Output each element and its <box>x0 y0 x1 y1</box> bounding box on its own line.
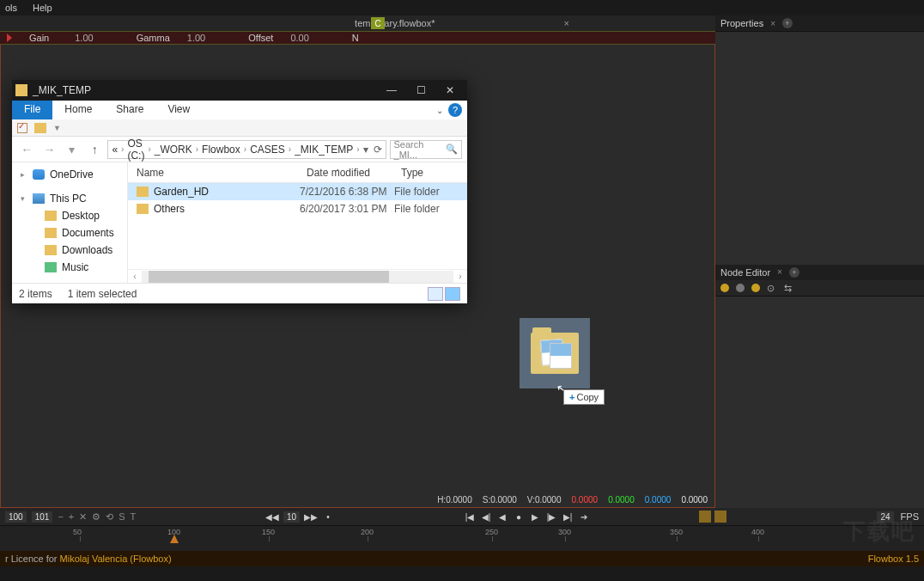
search-icon[interactable]: 🔍 <box>446 144 458 155</box>
play-rev-icon[interactable]: ◀ <box>496 511 508 523</box>
mode-b-icon[interactable] <box>714 511 726 523</box>
tl-refresh-icon[interactable]: ⟲ <box>106 511 113 523</box>
crumb[interactable]: OS (C:) <box>127 138 144 162</box>
last-frame-icon[interactable]: ▶| <box>562 511 574 523</box>
play-icon[interactable]: ▶ <box>529 511 541 523</box>
ribbon-view[interactable]: View <box>155 101 202 119</box>
properties-header[interactable]: Properties × + <box>715 15 924 31</box>
refresh-icon[interactable]: ⟳ <box>374 144 382 156</box>
gamma-value[interactable]: 1.00 <box>187 33 205 43</box>
rec-dot-icon[interactable]: • <box>322 511 334 523</box>
mode-a-icon[interactable] <box>699 511 711 523</box>
tl-minus-icon[interactable]: − <box>58 511 63 522</box>
expand-icon[interactable]: ▾ <box>21 194 25 203</box>
loop-icon[interactable]: ➔ <box>578 511 590 523</box>
breadcrumb[interactable]: «› OS (C:)› _WORK› Flowbox› CASES› _MIK_… <box>107 140 386 159</box>
playhead-marker-icon[interactable] <box>170 535 179 543</box>
offset-value[interactable]: 0.00 <box>290 33 308 43</box>
nav-item-thispc[interactable]: ▾This PC <box>12 190 127 207</box>
nav-item-desktop[interactable]: Desktop <box>12 207 127 224</box>
col-type[interactable]: Type <box>401 167 461 179</box>
tl-plus-icon[interactable]: + <box>69 511 74 522</box>
nav-recent-icon[interactable]: ▾ <box>63 139 82 160</box>
rewind-icon[interactable]: ◀◀ <box>266 511 278 523</box>
frame-start[interactable]: 100 <box>5 511 27 523</box>
ribbon-help-icon[interactable]: ? <box>448 103 462 117</box>
addr-dropdown-icon[interactable]: ▾ <box>363 144 368 156</box>
close-tab-icon[interactable]: × <box>563 18 568 28</box>
scroll-left-icon[interactable]: ‹ <box>128 272 142 281</box>
file-explorer-window[interactable]: _MIK_TEMP — ☐ ✕ File Home Share View ⌄ ?… <box>12 80 467 303</box>
add-panel-icon[interactable]: + <box>789 267 799 278</box>
frame-end[interactable]: 101 <box>32 511 53 523</box>
qa-check-icon[interactable] <box>17 123 27 133</box>
nav-pane[interactable]: ▸OneDrive▾This PCDesktopDocumentsDownloa… <box>12 162 128 283</box>
explorer-titlebar[interactable]: _MIK_TEMP — ☐ ✕ <box>12 80 467 101</box>
ribbon-home[interactable]: Home <box>52 101 104 119</box>
n-label[interactable]: N <box>352 33 359 43</box>
stop-icon[interactable]: ● <box>513 511 525 523</box>
nav-item-documents[interactable]: Documents <box>12 224 127 242</box>
timeline-mode-switch[interactable] <box>699 511 726 523</box>
scroll-thumb[interactable] <box>149 271 389 283</box>
col-date[interactable]: Date modified <box>307 167 401 179</box>
prev-key-icon[interactable]: ◀| <box>480 511 492 523</box>
copy-label: Copy <box>576 392 599 402</box>
node-dot1-icon[interactable] <box>720 284 729 292</box>
column-headers[interactable]: Name ⌃ Date modified Type <box>128 162 467 183</box>
tl-gear-icon[interactable]: ⚙ <box>92 511 100 523</box>
ribbon-expand-icon[interactable]: ⌄ <box>436 106 443 115</box>
crumb[interactable]: « <box>112 144 118 156</box>
view-details-icon[interactable] <box>428 287 443 301</box>
crumb[interactable]: Flowbox <box>202 144 240 156</box>
node-editor-header[interactable]: Node Editor × + <box>715 265 924 280</box>
node-editor-body[interactable] <box>715 296 924 508</box>
nav-up-icon[interactable]: ↑ <box>85 139 104 160</box>
qa-overflow-icon[interactable]: ▼ <box>53 124 61 132</box>
nav-back-icon[interactable]: ← <box>17 139 36 160</box>
skip-frames[interactable]: 10 <box>283 511 300 523</box>
node-tool1-icon[interactable]: ⊙ <box>767 283 777 293</box>
close-icon[interactable]: × <box>770 19 775 28</box>
file-row[interactable]: Garden_HD7/21/2016 6:38 PMFile folder <box>128 183 467 200</box>
tl-s-button[interactable]: S <box>119 511 125 522</box>
timeline-ruler[interactable]: 50100150200250300350400 <box>0 525 924 551</box>
nav-item-downloads[interactable]: Downloads <box>12 242 127 259</box>
play-indicator-icon[interactable] <box>7 34 12 42</box>
qa-folder-icon[interactable] <box>34 123 46 133</box>
nav-fwd-icon[interactable]: → <box>40 139 58 160</box>
search-input[interactable]: Search _MI... 🔍 <box>390 140 462 159</box>
first-frame-icon[interactable]: |◀ <box>464 511 476 523</box>
view-icons-icon[interactable] <box>445 287 460 301</box>
file-row[interactable]: Others6/20/2017 3:01 PMFile folder <box>128 200 467 217</box>
tl-t-button[interactable]: T <box>131 511 137 522</box>
file-list[interactable]: Name ⌃ Date modified Type Garden_HD7/21/… <box>128 162 467 283</box>
document-tab[interactable]: temporary.flowbox* × <box>355 18 569 28</box>
minimize-button[interactable]: — <box>378 82 405 99</box>
crumb[interactable]: _MIK_TEMP <box>295 144 353 156</box>
crumb[interactable]: _WORK <box>155 144 192 156</box>
ribbon-file[interactable]: File <box>12 101 52 119</box>
nav-item-onedrive[interactable]: ▸OneDrive <box>12 166 127 183</box>
gain-value[interactable]: 1.00 <box>75 33 93 43</box>
close-button[interactable]: ✕ <box>436 82 464 99</box>
col-name[interactable]: Name <box>137 167 300 179</box>
node-dot3-icon[interactable] <box>751 284 760 292</box>
add-panel-icon[interactable]: + <box>782 18 793 28</box>
maximize-button[interactable]: ☐ <box>407 82 435 99</box>
expand-icon[interactable]: ▸ <box>21 170 25 179</box>
nav-item-music[interactable]: Music <box>12 259 127 276</box>
scroll-track[interactable] <box>142 271 453 283</box>
ribbon-share[interactable]: Share <box>104 101 155 119</box>
tl-cut-icon[interactable]: ✕ <box>79 511 87 523</box>
fastfwd-icon[interactable]: ▶▶ <box>305 511 317 523</box>
node-dot2-icon[interactable] <box>736 284 745 292</box>
menu-tools[interactable]: ols <box>5 3 17 13</box>
scroll-right-icon[interactable]: › <box>453 272 467 281</box>
node-tool2-icon[interactable]: ⇆ <box>784 283 794 293</box>
crumb[interactable]: CASES <box>250 144 285 156</box>
menu-help[interactable]: Help <box>33 3 52 13</box>
next-key-icon[interactable]: |▶ <box>545 511 557 523</box>
h-scrollbar[interactable]: ‹ › <box>128 269 467 283</box>
close-icon[interactable]: × <box>777 267 782 277</box>
